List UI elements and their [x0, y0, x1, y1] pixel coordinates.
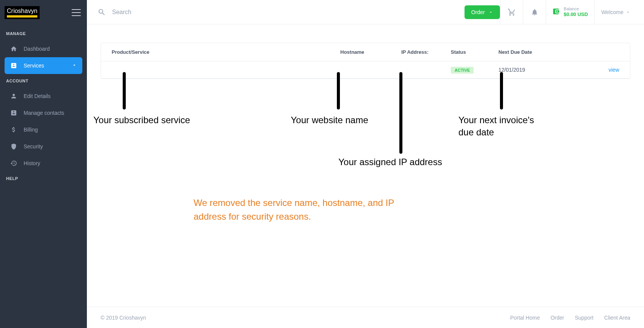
annotation-line	[399, 72, 402, 154]
footer-copyright: © 2019 Crioshavyn	[101, 315, 146, 321]
status-badge: ACTIVE	[451, 67, 474, 74]
contacts-icon	[10, 109, 18, 117]
dollar-icon	[10, 126, 18, 133]
menu-toggle-icon[interactable]	[72, 9, 81, 16]
th-due: Next Due Date	[498, 49, 550, 55]
search-input[interactable]	[112, 9, 264, 16]
order-button-label: Order	[471, 9, 485, 15]
view-link[interactable]: view	[609, 67, 619, 73]
annotation-line	[500, 72, 503, 109]
sidebar-item-label: Edit Details	[24, 93, 51, 99]
footer-link-client[interactable]: Client Area	[604, 315, 630, 321]
table-row[interactable]: ACTIVE 12/01/2019 view	[101, 61, 630, 79]
sidebar-item-edit-details[interactable]: Edit Details	[5, 88, 82, 105]
history-icon	[10, 159, 18, 167]
notifications-button[interactable]	[523, 0, 546, 24]
sidebar-item-dashboard[interactable]: Dashboard	[5, 40, 82, 57]
balance-label: Balance	[564, 6, 588, 11]
footer-link-portal[interactable]: Portal Home	[510, 315, 540, 321]
sidebar-item-manage-contacts[interactable]: Manage contacts	[5, 105, 82, 121]
annotation-hostname: Your website name	[291, 114, 368, 126]
brand-logo[interactable]: Crioshavyn	[5, 6, 40, 19]
th-status: Status	[451, 49, 498, 55]
person-icon	[10, 92, 18, 100]
sidebar-item-label: Billing	[24, 127, 38, 133]
contact-card-icon	[10, 62, 18, 69]
sidebar: Crioshavyn MANAGE Dashboard Services	[0, 0, 87, 328]
sidebar-item-label: History	[24, 160, 40, 166]
annotation-line	[337, 72, 340, 109]
table-header: Product/Service Hostname IP Address: Sta…	[101, 43, 630, 61]
sidebar-item-label: Services	[24, 63, 44, 69]
sidebar-item-label: Security	[24, 143, 43, 150]
sidebar-item-security[interactable]: Security	[5, 138, 82, 155]
footer-link-order[interactable]: Order	[551, 315, 564, 321]
cart-icon	[508, 8, 516, 16]
annotation-notice: We removed the service name, hostname, a…	[194, 196, 422, 223]
wallet-icon	[552, 8, 560, 17]
search-icon[interactable]	[98, 8, 106, 16]
shield-icon	[10, 143, 18, 150]
annotation-product: Your subscribed service	[93, 114, 190, 126]
chevron-down-icon	[72, 63, 77, 69]
balance-amount: $0.00 USD	[564, 11, 588, 18]
chevron-down-icon	[626, 10, 630, 14]
td-due: 12/01/2019	[498, 67, 550, 73]
footer-link-support[interactable]: Support	[575, 315, 593, 321]
section-manage: MANAGE	[5, 27, 82, 40]
cart-button[interactable]	[500, 0, 523, 24]
annotation-ip: Your assigned IP address	[338, 156, 442, 168]
th-product: Product/Service	[112, 49, 340, 55]
annotation-due: Your next invoice's due date	[458, 114, 550, 139]
footer: © 2019 Crioshavyn Portal Home Order Supp…	[87, 307, 644, 328]
sidebar-item-history[interactable]: History	[5, 155, 82, 172]
bell-icon	[531, 8, 538, 16]
main-content: Order Balance $0.00 USD	[87, 0, 644, 328]
sidebar-item-services[interactable]: Services	[5, 57, 82, 74]
sidebar-item-label: Manage contacts	[24, 110, 64, 116]
services-table: Product/Service Hostname IP Address: Sta…	[101, 43, 630, 79]
section-help: HELP	[5, 172, 82, 185]
order-button[interactable]: Order	[465, 5, 500, 19]
chevron-down-icon	[489, 10, 493, 14]
annotation-line	[123, 72, 126, 109]
user-menu[interactable]: Welcome	[594, 0, 638, 24]
brand-name: Crioshavyn	[7, 8, 37, 14]
section-account: ACCOUNT	[5, 74, 82, 88]
th-hostname: Hostname	[340, 49, 401, 55]
home-icon	[10, 45, 18, 53]
td-status: ACTIVE	[451, 67, 498, 73]
sidebar-item-label: Dashboard	[24, 46, 50, 52]
sidebar-item-billing[interactable]: Billing	[5, 121, 82, 138]
th-ip: IP Address:	[401, 49, 451, 55]
welcome-label: Welcome	[601, 9, 623, 15]
header: Order Balance $0.00 USD	[87, 0, 644, 24]
balance-display[interactable]: Balance $0.00 USD	[546, 0, 594, 24]
